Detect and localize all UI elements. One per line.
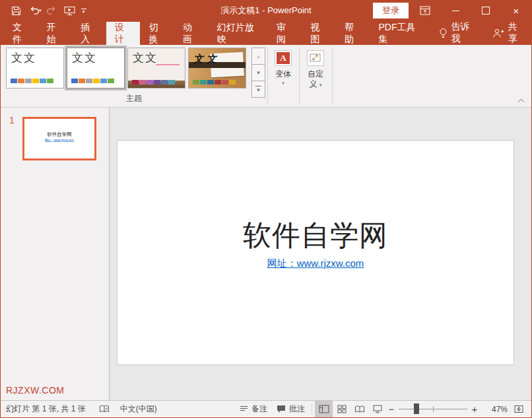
minimize-button[interactable]	[440, 0, 471, 21]
theme-color-swatches	[71, 79, 114, 83]
slide-thumbnail[interactable]: 软件自学网 网址：www.rjzxw.com	[22, 117, 96, 160]
slide-editor-area: 软件自学网 网址：www.rjzxw.com	[110, 108, 531, 400]
variants-button[interactable]: A 变体 ▾	[269, 45, 298, 107]
group-separator	[332, 48, 333, 104]
hyperlink[interactable]: 网址：www.rjzxw.com	[267, 258, 364, 269]
comment-icon	[277, 405, 286, 413]
tab-view[interactable]: 视图	[302, 22, 336, 45]
collapse-ribbon-icon[interactable]	[517, 98, 525, 103]
tab-transitions[interactable]: 切换	[140, 22, 174, 45]
thumbnail-title-text: 软件自学网	[24, 119, 94, 138]
zoom-in-button[interactable]: +	[469, 403, 480, 415]
notes-icon	[240, 405, 248, 413]
thumbnail-link-text: 网址：www.rjzxw.com	[24, 139, 94, 143]
spellcheck-icon[interactable]	[99, 405, 110, 413]
theme-color-swatches	[193, 80, 236, 85]
slide-sorter-view-button[interactable]	[333, 401, 350, 417]
slide-subtitle-textbox[interactable]: 网址：www.rjzxw.com	[117, 258, 514, 270]
share-button[interactable]: 共享	[483, 21, 531, 45]
share-person-icon	[492, 28, 504, 38]
tab-design[interactable]: 设计	[106, 22, 141, 45]
gallery-scrollbar: ▲ ▼ ▼	[251, 48, 265, 98]
reading-view-button[interactable]	[350, 401, 368, 417]
slide-thumbnail-panel: 1 软件自学网 网址：www.rjzxw.com RJZXW.COM	[1, 108, 110, 400]
redo-icon	[43, 2, 61, 19]
language-status[interactable]: 中文(中国)	[120, 403, 157, 415]
variants-dropdown-icon: ▾	[282, 81, 284, 86]
theme-calligraphy[interactable]: 文文	[188, 48, 246, 88]
group-separator	[299, 48, 300, 104]
gallery-scroll-down-icon[interactable]: ▼	[251, 64, 265, 81]
comments-button[interactable]: 批注	[277, 403, 305, 415]
group-separator	[267, 48, 268, 104]
theme-gallery: 文文 文文 文文 文文	[6, 48, 246, 88]
ribbon-content: 文文 文文 文文 文文 ▲ ▼ ▼	[1, 45, 531, 108]
slideshow-view-button[interactable]	[368, 401, 386, 417]
status-bar: 幻灯片 第 1 张, 共 1 张 中文(中国) 备注 批注	[1, 400, 531, 417]
ribbon-tab-row: 文件 开始 插入 设计 切换 动画 幻灯片放映 审阅 视图 帮助 PDF工具集 …	[1, 21, 531, 45]
theme-color-swatches	[132, 80, 175, 85]
theme-office-current[interactable]: 文文	[67, 48, 125, 88]
zoom-slider[interactable]	[399, 409, 467, 409]
customize-button[interactable]: 自定义 ▾	[300, 45, 331, 107]
tab-help[interactable]: 帮助	[336, 22, 370, 45]
normal-view-button[interactable]	[315, 401, 333, 417]
title-bar: ▾ ▾ 演示文稿1 - PowerPoint 登录 ×	[1, 0, 531, 21]
zoom-out-button[interactable]: −	[386, 403, 397, 415]
customize-qat-icon[interactable]: ▾	[81, 9, 86, 13]
slide-number: 1	[9, 115, 15, 125]
theme-office[interactable]: 文文	[6, 48, 64, 88]
start-slideshow-icon[interactable]	[61, 2, 79, 19]
slide-count-status[interactable]: 幻灯片 第 1 张, 共 1 张	[6, 403, 86, 415]
sign-in-button[interactable]: 登录	[373, 3, 409, 18]
tab-slideshow[interactable]: 幻灯片放映	[209, 22, 268, 45]
slide-title-textbox[interactable]: 软件自学网	[117, 217, 514, 255]
notes-button[interactable]: 备注	[240, 403, 267, 415]
tab-review[interactable]: 审阅	[268, 22, 302, 45]
customize-dropdown-icon: ▾	[319, 83, 322, 87]
tab-pdf-tools[interactable]: PDF工具集	[370, 22, 430, 45]
variants-icon: A	[275, 50, 292, 66]
watermark-text: RJZXW.COM	[6, 385, 65, 396]
maximize-button[interactable]	[471, 0, 501, 21]
close-button[interactable]: ×	[501, 0, 531, 21]
zoom-level[interactable]: 47%	[484, 405, 508, 414]
tab-file[interactable]: 文件	[4, 22, 38, 45]
tab-animations[interactable]: 动画	[174, 22, 209, 45]
tell-me-box[interactable]: 告诉我	[430, 21, 483, 45]
customize-icon	[307, 50, 324, 66]
slide-canvas[interactable]: 软件自学网 网址：www.rjzxw.com	[117, 141, 514, 365]
tab-home[interactable]: 开始	[38, 22, 73, 45]
zoom-slider-handle[interactable]	[414, 403, 419, 414]
theme-accent-line	[156, 64, 180, 65]
zoom-center-tick	[433, 406, 434, 412]
theme-pink[interactable]: 文文	[127, 48, 185, 88]
save-icon[interactable]	[7, 2, 25, 19]
themes-group-label: 主题	[1, 93, 267, 104]
powerpoint-window: ▾ ▾ 演示文稿1 - PowerPoint 登录 × 文件 开始 插入 设	[0, 0, 532, 418]
gallery-scroll-up-icon: ▲	[251, 48, 265, 65]
lightbulb-icon	[439, 28, 448, 38]
tab-insert[interactable]: 插入	[72, 22, 106, 45]
separator	[312, 404, 312, 415]
theme-color-swatches	[11, 79, 53, 83]
quick-access-toolbar: ▾ ▾	[1, 2, 86, 19]
undo-dropdown-icon[interactable]: ▾	[39, 8, 42, 13]
fit-slide-to-window-icon[interactable]	[514, 405, 523, 413]
ribbon-display-options-icon[interactable]	[410, 0, 440, 21]
